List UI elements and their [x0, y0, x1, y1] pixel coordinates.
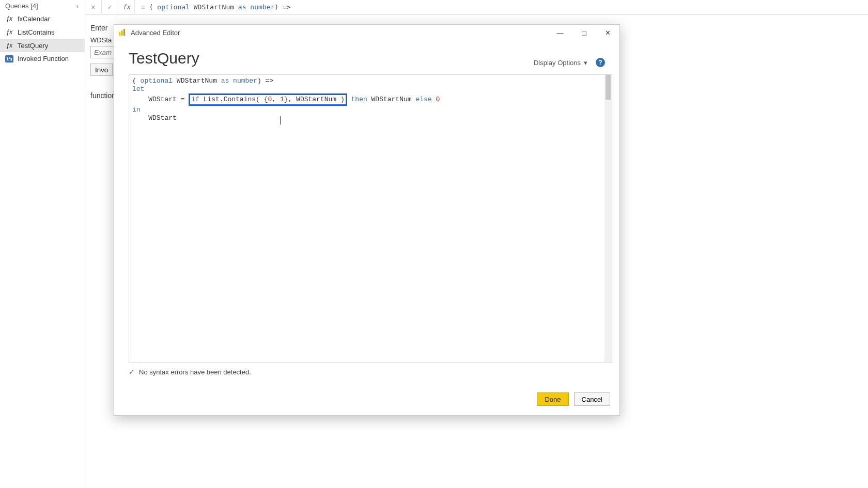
collapse-pane-icon[interactable]: ‹ [73, 2, 82, 10]
code-editor[interactable]: ( optional WDStartNum as number) => let … [129, 75, 605, 362]
help-icon: ? [598, 59, 602, 66]
formula-cancel-button[interactable]: ✕ [85, 0, 102, 14]
close-button[interactable]: ✕ [596, 25, 619, 40]
code-editor-container: ( optional WDStartNum as number) => let … [129, 74, 612, 363]
formula-accept-button[interactable]: ✓ [102, 0, 118, 14]
function-icon: ƒx [5, 41, 13, 50]
dialog-header-row: TestQuery Display Options ▾ ? [114, 40, 619, 72]
check-icon: ✓ [108, 3, 112, 11]
dialog-title: Advanced Editor [131, 29, 180, 37]
svg-rect-2 [123, 29, 125, 36]
formula-bar: ✕ ✓ fx = ( optional WDStartNum as number… [85, 0, 868, 14]
scrollbar-thumb[interactable] [606, 75, 611, 100]
minimize-button[interactable]: — [548, 25, 572, 40]
minimize-icon: — [557, 29, 564, 37]
chevron-down-icon: ▾ [584, 59, 587, 67]
done-button[interactable]: Done [537, 392, 568, 406]
syntax-status: ✓ No syntax errors have been detected. [114, 363, 619, 376]
query-name: TestQuery [129, 50, 199, 67]
powerbi-logo-icon [117, 28, 127, 37]
function-icon: ƒx [5, 28, 13, 36]
query-item-label: TestQuery [18, 42, 48, 50]
queries-pane: Queries [4] ‹ ƒx fxCalendar ƒx ListConta… [0, 0, 85, 488]
formula-text[interactable]: = ( optional WDStartNum as number) => [135, 3, 291, 11]
dialog-footer: Done Cancel [114, 385, 619, 415]
display-options-dropdown[interactable]: Display Options ▾ [534, 59, 587, 67]
advanced-editor-dialog: Advanced Editor — ◻ ✕ TestQuery Display … [114, 24, 620, 416]
maximize-button[interactable]: ◻ [572, 25, 596, 40]
query-item-label: ListContains [18, 28, 55, 36]
editor-scrollbar[interactable] [605, 75, 612, 362]
close-icon: ✕ [605, 29, 611, 37]
help-button[interactable]: ? [596, 58, 605, 67]
fx-icon[interactable]: fx [118, 0, 135, 14]
svg-rect-1 [121, 30, 123, 36]
query-item-testquery[interactable]: ƒx TestQuery [0, 39, 85, 52]
cancel-icon: ✕ [91, 3, 96, 11]
check-icon: ✓ [129, 368, 135, 376]
invoke-button[interactable]: Invo [90, 64, 113, 76]
queries-header: Queries [4] ‹ [0, 0, 85, 12]
status-text: No syntax errors have been detected. [139, 368, 251, 376]
highlighted-expression: if List.Contains( {0, 1}, WDStartNum ) [189, 93, 347, 106]
maximize-icon: ◻ [581, 29, 587, 37]
query-item-fxcalendar[interactable]: ƒx fxCalendar [0, 12, 85, 25]
query-item-listcontains[interactable]: ƒx ListContains [0, 25, 85, 39]
query-item-label: fxCalendar [18, 15, 50, 23]
cancel-button[interactable]: Cancel [574, 392, 610, 406]
svg-rect-0 [119, 32, 120, 36]
dialog-titlebar[interactable]: Advanced Editor — ◻ ✕ [114, 25, 619, 40]
function-icon: ƒx [5, 14, 13, 23]
query-item-label: Invoked Function [18, 55, 69, 62]
number-icon: 1²₃ [5, 55, 13, 62]
text-cursor [280, 116, 281, 124]
display-options-label: Display Options [534, 59, 581, 67]
query-item-invoked-function[interactable]: 1²₃ Invoked Function [0, 52, 85, 65]
queries-title: Queries [4] [5, 2, 38, 10]
